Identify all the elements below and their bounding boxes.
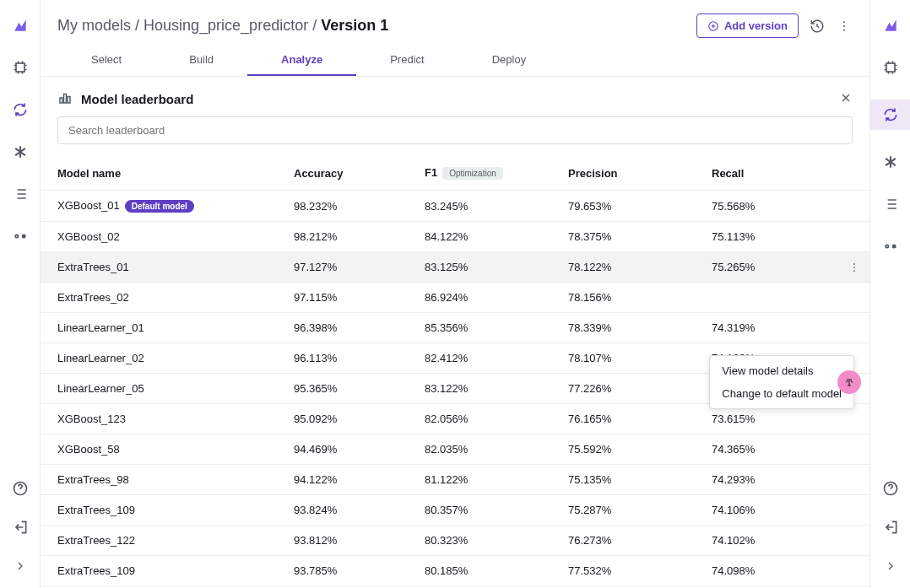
cell-precision: 78.107% [551, 343, 695, 374]
cell-f1: 83.122% [408, 374, 551, 404]
svg-point-13 [853, 270, 855, 272]
model-name: LinearLearner_05 [57, 382, 144, 395]
col-name[interactable]: Model name [41, 156, 277, 191]
exit-icon[interactable] [10, 517, 30, 537]
dots-icon[interactable] [10, 226, 30, 246]
chevron-right-icon[interactable] [10, 556, 30, 576]
model-name: ExtraTrees_01 [57, 261, 129, 273]
main-content: My models / Housing_price_predictor / Ve… [41, 0, 869, 588]
cell-f1: 80.323% [408, 526, 551, 556]
breadcrumb-part-1[interactable]: My models [57, 17, 131, 34]
table-row[interactable]: ExtraTrees_12293.812%80.323%76.273%74.10… [41, 526, 869, 556]
svg-point-16 [891, 245, 896, 249]
cell-recall: 75.568% [695, 191, 869, 222]
model-name: LinearLearner_02 [57, 352, 144, 364]
menu-change-default[interactable]: Change to default model [710, 382, 853, 405]
col-f1[interactable]: F1Optimization [408, 156, 551, 191]
cell-precision: 75.135% [551, 465, 695, 495]
row-more-icon[interactable] [846, 259, 863, 276]
col-accuracy[interactable]: Accuracy [277, 156, 408, 191]
tab-deploy[interactable]: Deploy [458, 45, 560, 76]
leaderboard-icon [57, 90, 73, 108]
cell-f1: 80.185% [408, 556, 551, 586]
table-row[interactable]: ExtraTrees_0197.127%83.125%78.122%75.265… [41, 252, 869, 283]
more-icon[interactable] [836, 18, 853, 35]
cell-f1: 84.122% [408, 222, 551, 252]
tab-predict[interactable]: Predict [356, 45, 458, 76]
refresh-icon[interactable] [870, 100, 911, 130]
search-input[interactable] [57, 116, 853, 144]
cell-f1: 82.035% [408, 434, 551, 465]
cell-accuracy: 93.785% [277, 556, 408, 586]
panel-title: Model leaderboard [81, 92, 193, 106]
svg-point-7 [843, 29, 845, 30]
help-icon[interactable] [880, 478, 901, 499]
table-row[interactable]: LinearLearner_0196.398%85.356%78.339%74.… [41, 313, 869, 343]
exit-icon[interactable] [880, 517, 901, 537]
menu-view-details[interactable]: View model details [710, 359, 853, 382]
asterisk-icon[interactable] [10, 142, 30, 162]
add-version-button[interactable]: Add version [696, 13, 799, 38]
model-name: ExtraTrees_98 [57, 473, 129, 486]
table-row[interactable]: ExtraTrees_10993.824%80.357%75.287%74.10… [41, 495, 869, 526]
cell-precision: 77.532% [551, 556, 695, 586]
refresh-icon[interactable] [10, 100, 30, 120]
cell-recall: 74.102% [695, 526, 869, 556]
svg-rect-14 [886, 63, 895, 72]
model-name: LinearLearner_01 [57, 321, 144, 334]
cell-f1: 83.245% [408, 191, 551, 222]
cell-recall: 74.293% [695, 465, 869, 495]
table-row[interactable]: XGBoost_5894.469%82.035%75.592%74.365% [41, 434, 869, 465]
chip-icon[interactable] [880, 57, 901, 78]
help-icon[interactable] [10, 478, 30, 499]
list-icon[interactable] [880, 194, 901, 214]
cell-accuracy: 94.122% [277, 465, 408, 495]
dots-icon[interactable] [880, 236, 901, 256]
cell-f1: 81.122% [408, 465, 551, 495]
model-name: XGBoost_01 [57, 199, 120, 212]
tab-analyze[interactable]: Analyze [247, 45, 356, 76]
svg-rect-0 [16, 63, 24, 72]
history-icon[interactable] [809, 18, 826, 35]
cell-accuracy: 95.092% [277, 404, 408, 434]
tabs: SelectBuildAnalyzePredictDeploy [41, 45, 869, 77]
cell-recall: 75.265% [695, 252, 869, 283]
cell-precision: 75.592% [551, 434, 695, 465]
table-row[interactable]: ExtraTrees_10993.785%80.185%77.532%74.09… [41, 556, 869, 586]
breadcrumb-part-3[interactable]: Version 1 [321, 17, 388, 34]
default-badge: Default model [125, 200, 194, 213]
close-icon[interactable] [839, 91, 853, 107]
tab-select[interactable]: Select [57, 45, 155, 76]
asterisk-icon[interactable] [880, 152, 901, 172]
cell-precision: 76.165% [551, 404, 695, 434]
cell-precision: 75.287% [551, 495, 695, 526]
cell-accuracy: 98.232% [277, 191, 408, 222]
col-recall[interactable]: Recall [695, 156, 869, 191]
col-precision[interactable]: Precision [551, 156, 695, 191]
cell-f1: 82.056% [408, 404, 551, 434]
table-row[interactable]: XGBoost_0298.212%84.122%78.375%75.113% [41, 222, 869, 252]
list-icon[interactable] [10, 184, 30, 204]
cell-recall: 74.098% [695, 556, 869, 586]
model-name: ExtraTrees_109 [57, 564, 135, 577]
table-row[interactable]: ExtraTrees_9894.122%81.122%75.135%74.293… [41, 465, 869, 495]
model-name: XGBoost_02 [57, 230, 120, 243]
cell-recall: 74.319% [695, 313, 869, 343]
svg-point-12 [853, 267, 855, 268]
table-row[interactable]: XGBoost_01Default model98.232%83.245%79.… [41, 191, 869, 222]
chip-icon[interactable] [10, 57, 30, 78]
cell-accuracy: 93.812% [277, 526, 408, 556]
breadcrumb-part-2[interactable]: Housing_price_predictor [144, 17, 308, 34]
left-sidebar [0, 0, 41, 588]
logo-icon[interactable] [10, 15, 30, 35]
cell-accuracy: 97.127% [277, 252, 408, 283]
table-row[interactable]: ExtraTrees_0297.115%86.924%78.156% [41, 283, 869, 313]
cell-precision: 76.273% [551, 526, 695, 556]
model-name: ExtraTrees_109 [57, 504, 135, 516]
cell-recall: 74.365% [695, 434, 869, 465]
svg-rect-10 [68, 97, 70, 104]
right-sidebar [869, 0, 910, 588]
logo-icon[interactable] [880, 15, 901, 35]
chevron-right-icon[interactable] [880, 556, 901, 576]
tab-build[interactable]: Build [155, 45, 247, 76]
